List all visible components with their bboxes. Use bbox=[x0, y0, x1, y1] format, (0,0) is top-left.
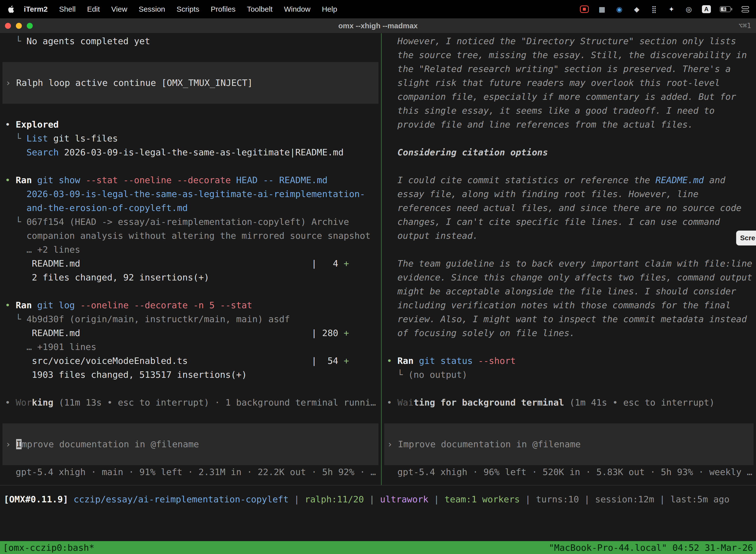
right-pane[interactable]: However, I noticed the "Directory Struct… bbox=[382, 33, 756, 485]
omx-status-bar: [OMX#0.11.9] cczip/essay/ai-reimplementa… bbox=[0, 485, 756, 541]
commit-line: └ 4b9d30f (origin/main, instructkr/main,… bbox=[0, 312, 381, 326]
menu-item-window[interactable]: Window bbox=[284, 5, 311, 13]
output-elision: … +2 lines bbox=[0, 243, 381, 257]
reasoning-text: review. Also, I might want to inspect th… bbox=[382, 312, 756, 326]
spacer bbox=[0, 409, 381, 424]
ralph-loop-banner-text: › Ralph loop active continue [OMX_TMUX_I… bbox=[2, 76, 378, 90]
command-output: └ (no output) bbox=[382, 368, 756, 382]
prompt-input[interactable]: › Improve documentation in @filename bbox=[384, 424, 754, 465]
diffstat-summary: 2 files changed, 92 insertions(+) bbox=[0, 271, 381, 284]
tmux-session-label: [omx-cczip0:bash* bbox=[3, 543, 94, 553]
spacer bbox=[382, 243, 756, 257]
model-status-line: gpt-5.4 xhigh · main · 91% left · 2.31M … bbox=[0, 465, 381, 479]
menu-item-view[interactable]: View bbox=[111, 5, 127, 13]
diffstat-line: README.md | 4 + bbox=[0, 257, 381, 271]
command-header-git-show: • Ran git show --stat --oneline --decora… bbox=[0, 173, 381, 187]
screen-overlay-button[interactable]: Scre bbox=[736, 231, 756, 245]
apple-menu[interactable] bbox=[6, 5, 14, 13]
spacer bbox=[0, 159, 381, 173]
dark-app-icon[interactable]: ◆ bbox=[632, 4, 641, 14]
menu-item-session[interactable]: Session bbox=[139, 5, 165, 13]
menu-status-icons: ▦◉◆⣿✦◎A61 bbox=[580, 4, 750, 14]
terminal-panes: └ No agents completed yet› Ralph loop ac… bbox=[0, 33, 756, 485]
reasoning-text: including verification notes with those … bbox=[382, 298, 756, 312]
reasoning-text: evidence. Since this change only affects… bbox=[382, 271, 756, 284]
command-arg-wrap: 2026-03-09-is-legal-the-same-as-legitima… bbox=[0, 187, 381, 201]
diffstat-summary: 1903 files changed, 513517 insertions(+) bbox=[0, 368, 381, 382]
tmux-status-bar: [omx-cczip0:bash* "MacBook-Pro-44.local"… bbox=[0, 541, 756, 554]
commit-line: └ 067f154 (HEAD -> essay/ai-reimplementa… bbox=[0, 215, 381, 229]
omx-status-line: [OMX#0.11.9] cczip/essay/ai-reimplementa… bbox=[0, 492, 756, 506]
ralph-loop-banner: › Ralph loop active continue [OMX_TMUX_I… bbox=[2, 62, 378, 104]
window-title-bar[interactable]: omx --xhigh --madmax ⌥⌘1 bbox=[0, 18, 756, 33]
menu-item-profiles[interactable]: Profiles bbox=[210, 5, 235, 13]
reasoning-text: The team guideline is to back every impo… bbox=[382, 257, 756, 271]
spacer bbox=[0, 104, 381, 118]
model-status-line: gpt-5.4 xhigh · 96% left · 520K in · 5.8… bbox=[382, 465, 756, 479]
control-center-icon[interactable] bbox=[741, 4, 750, 14]
menu-item-scripts[interactable]: Scripts bbox=[177, 5, 199, 13]
reasoning-text: the source tree, missing the essay. Stil… bbox=[382, 48, 756, 62]
commit-line-wrap: companion analysis without altering the … bbox=[0, 229, 381, 243]
spacer bbox=[382, 382, 756, 396]
waiting-status-line: • Waiting for background terminal (1m 41… bbox=[382, 396, 756, 409]
prompt-input-text: › Improve documentation in @filename bbox=[2, 437, 378, 451]
spacer bbox=[382, 409, 756, 424]
reasoning-text: provide file and line references from th… bbox=[382, 118, 756, 131]
reasoning-text: changes, I can't cite specific file line… bbox=[382, 215, 756, 229]
apps-grid-icon[interactable]: ⣿ bbox=[650, 4, 658, 14]
reasoning-text: I could cite commit statistics or refere… bbox=[382, 173, 756, 187]
spacer bbox=[0, 284, 381, 298]
output-elision: … +1901 lines bbox=[0, 340, 381, 354]
command-header-git-status: • Ran git status --short bbox=[382, 354, 756, 368]
reasoning-text: of focusing solely on file lines. bbox=[382, 326, 756, 340]
reasoning-text: references need actual files, and since … bbox=[382, 201, 756, 215]
reasoning-text: might be acceptable alongside the file l… bbox=[382, 284, 756, 298]
spacer bbox=[382, 159, 756, 173]
command-header-git-log: • Ran git log --oneline --decorate -n 5 … bbox=[0, 298, 381, 312]
spacer bbox=[0, 382, 381, 396]
password-manager-icon[interactable]: ◎ bbox=[685, 4, 693, 14]
menu-item-edit[interactable]: Edit bbox=[87, 5, 100, 13]
input-source-icon[interactable]: A bbox=[702, 5, 711, 13]
blue-orb-app-icon[interactable]: ◉ bbox=[615, 4, 624, 14]
prompt-input[interactable]: › Improve documentation in @filename bbox=[2, 424, 378, 465]
menu-bar: iTerm2ShellEditViewSessionScriptsProfile… bbox=[0, 0, 756, 18]
spacer bbox=[0, 48, 381, 62]
battery-icon[interactable]: 61 bbox=[720, 4, 732, 14]
window-shortcut-badge: ⌥⌘1 bbox=[738, 21, 756, 30]
reasoning-text: the "Related research writing" section i… bbox=[382, 62, 756, 76]
spacer bbox=[382, 131, 756, 146]
window-title: omx --xhigh --madmax bbox=[0, 21, 756, 30]
reasoning-text: this single essay, it seems like a good … bbox=[382, 104, 756, 118]
spacer bbox=[382, 340, 756, 354]
reasoning-text: essay file, along with finding root file… bbox=[382, 187, 756, 201]
tmux-host-clock: "MacBook-Pro-44.local" 04:52 31-Mar-26 bbox=[549, 543, 753, 553]
working-status-line: • Working (11m 13s • esc to interrupt) ·… bbox=[0, 396, 381, 409]
grid-app-icon[interactable]: ▦ bbox=[598, 4, 606, 14]
menu-items: iTerm2ShellEditViewSessionScriptsProfile… bbox=[24, 5, 337, 13]
explored-detail-list: └ List git ls-files bbox=[0, 131, 381, 146]
reasoning-text: slight risk that future readers may over… bbox=[382, 76, 756, 90]
explored-detail-search: Search 2026-03-09-is-legal-the-same-as-l… bbox=[0, 146, 381, 159]
diffstat-line: src/voice/voiceModeEnabled.ts | 54 + bbox=[0, 354, 381, 368]
menu-item-iterm2[interactable]: iTerm2 bbox=[24, 5, 48, 13]
reasoning-text: However, I noticed the "Directory Struct… bbox=[382, 34, 756, 48]
reasoning-text: companion file, especially if more comme… bbox=[382, 90, 756, 104]
prompt-input-text: › Improve documentation in @filename bbox=[384, 437, 754, 451]
explored-header: • Explored bbox=[0, 118, 381, 131]
apple-icon bbox=[6, 5, 14, 13]
key-icon[interactable]: ✦ bbox=[667, 4, 676, 14]
reasoning-heading: Considering citation options bbox=[382, 146, 756, 159]
agents-status-line: └ No agents completed yet bbox=[0, 34, 381, 48]
diffstat-line: README.md | 280 + bbox=[0, 326, 381, 340]
left-pane[interactable]: └ No agents completed yet› Ralph loop ac… bbox=[0, 33, 381, 485]
menu-item-help[interactable]: Help bbox=[322, 5, 337, 13]
menu-item-shell[interactable]: Shell bbox=[59, 5, 76, 13]
reasoning-text: output instead. bbox=[382, 229, 756, 243]
menu-item-toolbelt[interactable]: Toolbelt bbox=[247, 5, 272, 13]
command-arg-wrap: and-the-erosion-of-copyleft.md bbox=[0, 201, 381, 215]
screen-recording-indicator-icon[interactable] bbox=[580, 5, 589, 13]
